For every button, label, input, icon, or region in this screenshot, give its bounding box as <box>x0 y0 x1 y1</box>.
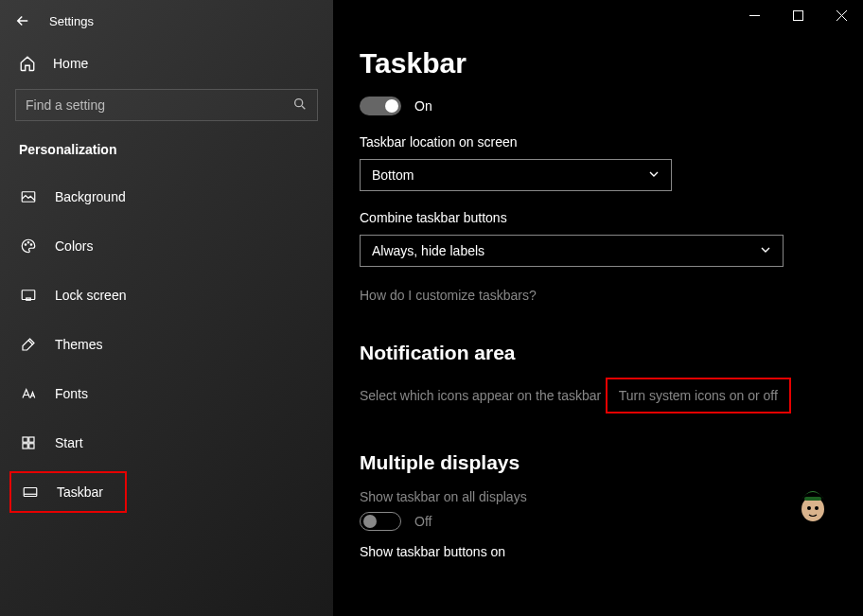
taskbar-toggle-row: On <box>360 97 863 115</box>
search-input[interactable] <box>26 97 265 113</box>
svg-point-20 <box>815 506 819 510</box>
select-icons-link[interactable]: Select which icons appear on the taskbar <box>360 388 601 403</box>
svg-rect-18 <box>804 497 821 501</box>
customize-link[interactable]: How do I customize taskbars? <box>360 288 537 303</box>
sidebar-item-lockscreen[interactable]: Lock screen <box>0 274 333 316</box>
sidebar-item-colors[interactable]: Colors <box>0 225 333 267</box>
chevron-down-icon <box>648 167 660 183</box>
sidebar-item-label: Start <box>55 435 83 450</box>
section-title: Personalization <box>0 121 333 167</box>
sidebar-item-themes[interactable]: Themes <box>0 324 333 365</box>
sidebar-item-label: Themes <box>55 337 103 352</box>
mascot-icon <box>797 481 829 522</box>
window-controls <box>732 0 863 30</box>
home-label: Home <box>53 56 88 71</box>
image-icon <box>19 187 38 206</box>
sidebar-item-start[interactable]: Start <box>0 422 333 464</box>
sidebar: Settings Home Personalization Background… <box>0 0 333 616</box>
taskbar-toggle-label: On <box>414 98 432 114</box>
maximize-button[interactable] <box>776 0 819 30</box>
sidebar-item-label: Colors <box>55 238 93 254</box>
settings-window: Settings Home Personalization Background… <box>0 0 863 616</box>
palette-icon <box>19 237 38 255</box>
toggle-knob <box>363 515 377 528</box>
combine-label: Combine taskbar buttons <box>360 210 863 225</box>
highlighted-link-box: Turn system icons on or off <box>606 378 791 414</box>
svg-rect-11 <box>24 488 37 497</box>
multi-label: Show taskbar on all displays <box>360 489 863 504</box>
main-panel: Taskbar On Taskbar location on screen Bo… <box>333 0 863 616</box>
start-icon <box>19 433 38 452</box>
sidebar-item-label: Taskbar <box>57 484 103 500</box>
combine-value: Always, hide labels <box>372 243 484 258</box>
system-icons-link[interactable]: Turn system icons on or off <box>619 388 778 403</box>
sidebar-item-label: Background <box>55 189 126 204</box>
svg-rect-14 <box>793 10 802 20</box>
sidebar-item-taskbar[interactable]: Taskbar <box>9 471 127 513</box>
sidebar-item-fonts[interactable]: Fonts <box>0 373 333 414</box>
close-icon <box>837 10 847 21</box>
chevron-down-icon <box>760 243 771 258</box>
minimize-button[interactable] <box>732 0 776 30</box>
svg-point-0 <box>295 98 303 106</box>
multi-toggle-label: Off <box>414 514 432 529</box>
location-select[interactable]: Bottom <box>360 159 672 191</box>
taskbar-icon <box>21 483 40 502</box>
svg-rect-9 <box>23 444 27 449</box>
toggle-knob <box>385 99 398 113</box>
sidebar-item-label: Lock screen <box>55 288 126 303</box>
maximize-icon <box>793 10 803 21</box>
sidebar-item-label: Fonts <box>55 386 88 401</box>
combine-select[interactable]: Always, hide labels <box>360 235 784 267</box>
location-value: Bottom <box>372 167 414 183</box>
svg-point-19 <box>807 506 811 510</box>
sidebar-item-background[interactable]: Background <box>0 176 333 218</box>
home-icon <box>19 55 36 72</box>
nav-list: Background Colors Lock screen Themes Fon… <box>0 176 333 513</box>
themes-icon <box>19 335 38 354</box>
taskbar-toggle[interactable] <box>360 97 401 115</box>
window-title: Settings <box>49 14 94 28</box>
multi-buttons-label: Show taskbar buttons on <box>360 544 863 559</box>
svg-point-2 <box>25 244 26 246</box>
search-box[interactable] <box>15 89 318 121</box>
search-icon <box>292 97 308 114</box>
multi-toggle[interactable] <box>360 512 401 531</box>
lockscreen-icon <box>19 286 38 305</box>
svg-point-3 <box>27 242 29 244</box>
minimize-icon <box>749 10 760 21</box>
close-button[interactable] <box>819 0 863 30</box>
svg-rect-10 <box>29 444 34 449</box>
svg-rect-8 <box>29 437 34 442</box>
back-button[interactable] <box>13 11 32 30</box>
multiple-displays-heading: Multiple displays <box>360 451 863 474</box>
notification-area-heading: Notification area <box>360 342 863 364</box>
svg-point-4 <box>30 244 32 246</box>
location-label: Taskbar location on screen <box>360 134 863 150</box>
svg-rect-7 <box>23 437 27 442</box>
fonts-icon <box>19 384 38 403</box>
header-row: Settings <box>0 0 333 42</box>
arrow-left-icon <box>14 12 31 29</box>
home-nav[interactable]: Home <box>0 42 333 85</box>
